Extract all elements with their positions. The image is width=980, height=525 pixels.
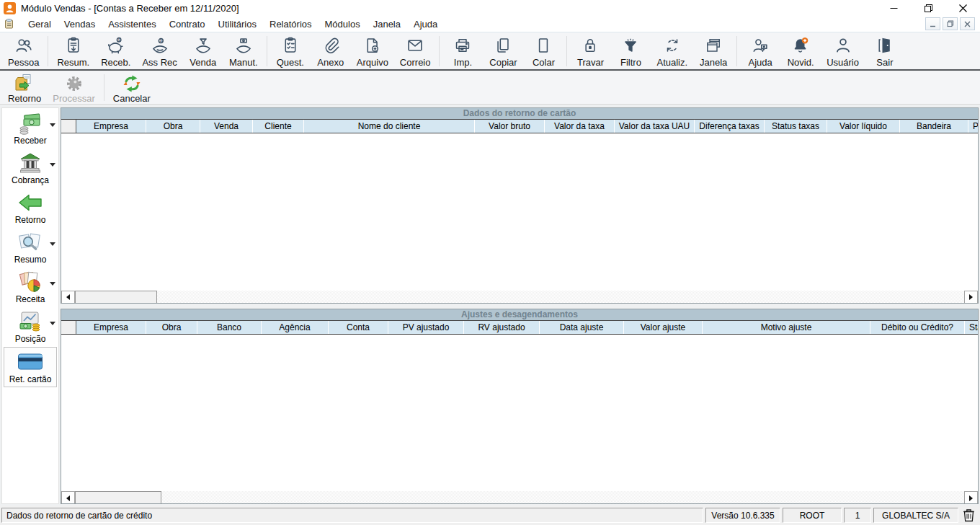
dropdown-caret-icon[interactable] [50,242,55,246]
dropdown-caret-icon[interactable] [50,322,55,325]
usuario-button[interactable]: Usuário [821,33,865,69]
trash-icon[interactable] [961,508,977,522]
column-header-status[interactable]: Status [965,321,978,334]
column-header-bandeira[interactable]: Bandeira [900,120,968,133]
anexo-button[interactable]: Anexo [311,33,351,69]
dropdown-caret-icon[interactable] [50,163,55,167]
imp-button[interactable]: Imp. [442,33,483,69]
retorno-button[interactable]: Retorno [2,71,47,104]
novid-button[interactable]: Novid. [780,33,821,69]
row-selector-header[interactable] [61,120,76,133]
column-header-valor-ajuste[interactable]: Valor ajuste [624,321,703,334]
card-return-horizontal-scrollbar[interactable] [61,291,978,303]
close-button[interactable] [957,2,968,14]
adjustments-group-title: Ajustes e desagendamentos [61,309,978,320]
scrollbar-thumb[interactable] [75,491,161,504]
sidebar-item-receita[interactable]: Receita [4,268,57,306]
status-panel-versao-10-6-335: Versão 10.6.335 [705,508,780,523]
column-header-valor-bruto[interactable]: Valor bruto [475,120,545,133]
scroll-left-button[interactable] [61,491,75,504]
correio-button[interactable]: Correio [394,33,437,69]
menu-relatorios[interactable]: Relatórios [263,18,318,30]
status-panels: Versão 10.6.335ROOT1GLOBALTEC S/A [705,508,958,523]
column-header-valor-liquido[interactable]: Valor líquido [827,120,900,133]
janela-button[interactable]: Janela [693,33,734,69]
column-header-rv-ajustado[interactable]: RV ajustado [464,321,540,334]
scrollbar-thumb[interactable] [75,291,157,304]
resum-button[interactable]: Resum. [51,33,95,69]
arquivo-button[interactable]: Arquivo [351,33,394,69]
sidebar-item-posicao[interactable]: Posição [4,307,57,346]
column-header-venda[interactable]: Venda [200,120,253,133]
column-header-pv-ajustado[interactable]: PV ajustado [388,321,464,334]
copiar-button[interactable]: Copiar [483,33,523,69]
sidebar-item-label: Ret. cartão [9,374,52,384]
sidebar-item-label: Resumo [14,255,47,265]
card-return-grid-body[interactable] [61,133,978,291]
quest-button[interactable]: Quest. [270,33,311,69]
column-header-debito-ou-credito[interactable]: Débito ou Crédito? [870,321,965,334]
sidebar: ReceberCobrançaRetornoResumoReceitaPosiç… [1,107,59,504]
colar-button[interactable]: Colar [523,33,564,69]
mdi-close-button[interactable] [960,17,975,30]
scroll-right-button[interactable] [964,291,978,304]
menu-modulos[interactable]: Módulos [318,18,367,30]
menu-vendas[interactable]: Vendas [58,18,102,30]
menu-janela[interactable]: Janela [367,18,407,30]
sidebar-item-resumo[interactable]: Resumo [4,228,57,267]
user-icon [834,35,852,56]
column-header-diferenca-taxas[interactable]: Diferença taxas [695,120,765,133]
column-header-status-taxas[interactable]: Status taxas [765,120,827,133]
mdi-restore-button[interactable] [943,17,958,30]
mdi-minimize-button[interactable] [925,17,940,30]
sidebar-item-cobranca[interactable]: Cobrança [4,149,57,188]
column-header-obra[interactable]: Obra [146,321,197,334]
column-header-pa[interactable]: Pa [968,120,978,133]
toolbar-button-label: Ajuda [749,58,772,68]
ajuda-button[interactable]: Ajuda [740,33,780,69]
filtro-button[interactable]: Filtro [610,33,651,69]
scrollbar-track[interactable] [157,291,964,303]
column-header-banco[interactable]: Banco [197,321,262,334]
column-header-valor-da-taxa-uau[interactable]: Valor da taxa UAU [615,120,695,133]
row-selector-header[interactable] [61,321,76,334]
adjustments-grid-body[interactable] [61,335,978,492]
column-header-nome-do-cliente[interactable]: Nome do cliente [304,120,475,133]
column-header-obra[interactable]: Obra [146,120,200,133]
adjustments-horizontal-scrollbar[interactable] [61,491,978,503]
sair-button[interactable]: Sair [865,33,905,69]
sidebar-item-retorno[interactable]: Retorno [4,188,57,227]
scroll-left-button[interactable] [61,291,75,304]
dropdown-caret-icon[interactable] [50,123,55,127]
travar-button[interactable]: Travar [570,33,610,69]
cancelar-button[interactable]: Cancelar [107,71,156,104]
column-header-agencia[interactable]: Agência [262,321,329,334]
venda-button[interactable]: Venda [183,33,223,69]
status-bar: Dados do retorno de cartão de crédito Ve… [0,506,980,525]
scroll-right-button[interactable] [964,491,978,504]
scrollbar-track[interactable] [161,491,964,503]
column-header-valor-da-taxa[interactable]: Valor da taxa [545,120,615,133]
column-header-empresa[interactable]: Empresa [76,120,146,133]
receb-button[interactable]: $Receb. [95,33,136,69]
restore-button[interactable] [922,2,934,14]
dropdown-caret-icon[interactable] [50,282,55,286]
ass-rec-button[interactable]: $Ass Rec [136,33,182,69]
atualiz-button[interactable]: Atualiz. [651,33,693,69]
column-header-cliente[interactable]: Cliente [253,120,304,133]
sidebar-item-ret-cartao[interactable]: Ret. cartão [4,347,57,387]
menu-utilitarios[interactable]: Utilitários [212,18,263,30]
manut-button[interactable]: Manut. [223,33,264,69]
pessoa-button[interactable]: Pessoa [2,33,45,69]
menu-assistentes[interactable]: Assistentes [102,18,162,30]
toolbar-button-label: Usuário [827,58,859,68]
column-header-data-ajuste[interactable]: Data ajuste [540,321,624,334]
sidebar-item-receber[interactable]: Receber [4,109,57,148]
menu-geral[interactable]: Geral [22,18,58,30]
column-header-empresa[interactable]: Empresa [76,321,146,334]
minimize-button[interactable] [888,2,899,14]
menu-contrato[interactable]: Contrato [163,18,212,30]
column-header-motivo-ajuste[interactable]: Motivo ajuste [703,321,870,334]
column-header-conta[interactable]: Conta [329,321,388,334]
menu-ajuda[interactable]: Ajuda [407,18,444,30]
